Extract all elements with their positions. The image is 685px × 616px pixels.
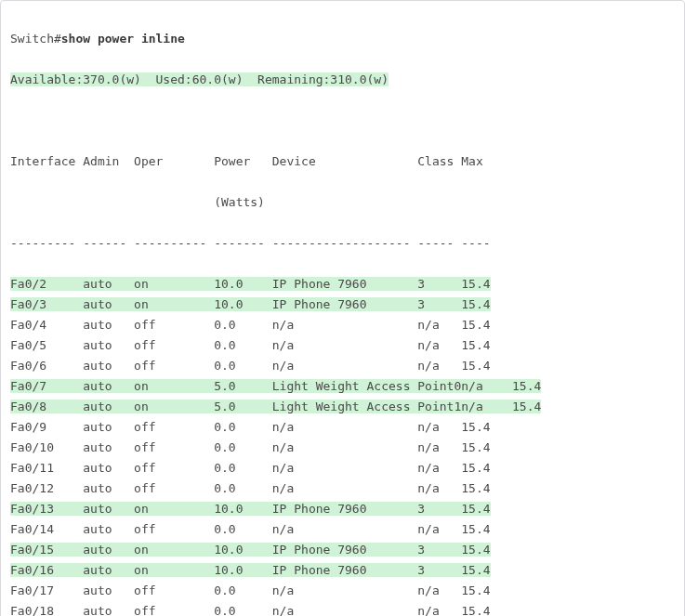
table-row: Fa0/8 auto on 5.0 Light Weight Access Po… — [10, 397, 675, 417]
table-row: Fa0/7 auto on 5.0 Light Weight Access Po… — [10, 376, 675, 397]
table-row: Fa0/10 auto off 0.0 n/a n/a 15.4 — [10, 438, 675, 458]
column-header-line-1: Interface Admin Oper Power Device Class … — [10, 151, 675, 172]
power-summary: Available:370.0(w) Used:60.0(w) Remainin… — [10, 72, 389, 86]
table-row: Fa0/4 auto off 0.0 n/a n/a 15.4 — [10, 315, 675, 335]
table-row: Fa0/14 auto off 0.0 n/a n/a 15.4 — [10, 519, 675, 540]
cli-prompt: Switch# — [10, 32, 61, 46]
table-row: Fa0/15 auto on 10.0 IP Phone 7960 3 15.4 — [10, 540, 675, 560]
column-divider-line: --------- ------ ---------- ------- ----… — [10, 233, 675, 254]
table-row: Fa0/5 auto off 0.0 n/a n/a 15.4 — [10, 335, 675, 356]
table-row: Fa0/12 auto off 0.0 n/a n/a 15.4 — [10, 478, 675, 499]
table-row: Fa0/11 auto off 0.0 n/a n/a 15.4 — [10, 458, 675, 478]
table-row: Fa0/2 auto on 10.0 IP Phone 7960 3 15.4 — [10, 274, 675, 295]
cli-command: show power inline — [61, 32, 185, 46]
table-row: Fa0/9 auto off 0.0 n/a n/a 15.4 — [10, 417, 675, 438]
power-summary-line: Available:370.0(w) Used:60.0(w) Remainin… — [10, 70, 675, 90]
cli-command-line: Switch#show power inline — [10, 29, 675, 49]
table-row: Fa0/3 auto on 10.0 IP Phone 7960 3 15.4 — [10, 295, 675, 315]
column-header-line-2: (Watts) — [10, 192, 675, 213]
table-row: Fa0/16 auto on 10.0 IP Phone 7960 3 15.4 — [10, 560, 675, 581]
table-row: Fa0/18 auto off 0.0 n/a n/a 15.4 — [10, 601, 675, 616]
table-row: Fa0/17 auto off 0.0 n/a n/a 15.4 — [10, 581, 675, 601]
cli-output-panel: Switch#show power inline Available:370.0… — [0, 0, 685, 616]
table-row: Fa0/6 auto off 0.0 n/a n/a 15.4 — [10, 356, 675, 376]
table-row: Fa0/13 auto on 10.0 IP Phone 7960 3 15.4 — [10, 499, 675, 519]
blank-line — [10, 111, 675, 131]
